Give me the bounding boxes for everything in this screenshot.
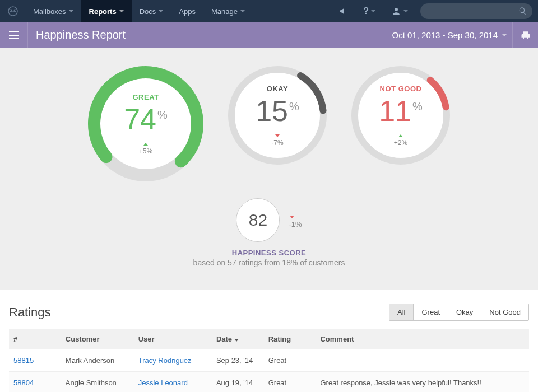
- date-range-picker[interactable]: Oct 01, 2013 - Sep 30, 2014: [392, 30, 512, 40]
- filter-not-good[interactable]: Not Good: [481, 304, 528, 320]
- nav-item-label: Docs: [140, 7, 156, 16]
- nav-item-label: Apps: [179, 7, 196, 16]
- happiness-score-delta: -1%: [289, 212, 302, 228]
- cell: 58804: [9, 372, 61, 393]
- happiness-score-label: HAPPINESS SCORE: [232, 249, 306, 257]
- nav-item-mailboxes[interactable]: Mailboxes: [25, 0, 81, 22]
- col-rating[interactable]: Rating: [264, 329, 316, 349]
- announcements-icon[interactable]: [331, 7, 355, 16]
- nav-item-label: Mailboxes: [33, 7, 66, 16]
- menu-toggle[interactable]: [0, 22, 28, 48]
- ratings-title: Ratings: [9, 305, 51, 320]
- nav-item-manage[interactable]: Manage: [203, 0, 253, 22]
- nav-item-reports[interactable]: Reports: [81, 0, 132, 22]
- nav-item-apps[interactable]: Apps: [171, 0, 203, 22]
- nav-item-label: Manage: [211, 7, 238, 16]
- cell: Great: [264, 349, 316, 372]
- gauge-delta: -7%: [271, 131, 283, 147]
- table-row: 58815Mark AndersonTracy RodriguezSep 23,…: [9, 349, 529, 372]
- cell: Jessie Leonard: [134, 372, 212, 393]
- chevron-down-icon: [502, 34, 507, 36]
- cell: Great response, Jessie was very helpful!…: [316, 372, 529, 393]
- nav-item-label: Reports: [89, 7, 117, 16]
- gauge-value: 11: [379, 96, 411, 125]
- ticket-link[interactable]: 58804: [13, 379, 34, 387]
- sort-desc-icon: [234, 339, 239, 342]
- ratings-filter-group: AllGreatOkayNot Good: [389, 304, 529, 321]
- search-icon: [518, 7, 527, 15]
- gauge-delta: +2%: [394, 131, 407, 147]
- gauge-label: GREAT: [132, 93, 159, 101]
- filter-all[interactable]: All: [389, 304, 413, 320]
- cell: Aug 19, '14: [212, 372, 264, 393]
- print-button[interactable]: [512, 22, 538, 48]
- cell: Tracy Rodriguez: [134, 349, 212, 372]
- happiness-score-value: 82: [236, 198, 280, 242]
- cell: Mark Anderson: [61, 349, 134, 372]
- filter-okay[interactable]: Okay: [448, 304, 481, 320]
- filter-great[interactable]: Great: [413, 304, 448, 320]
- top-nav: MailboxesReportsDocsAppsManage ?: [0, 0, 538, 22]
- col-comment[interactable]: Comment: [316, 329, 529, 349]
- cell: [316, 349, 529, 372]
- gauge-great: GREAT 74% +5%: [87, 65, 205, 183]
- gauge-value: 15: [256, 96, 288, 125]
- ticket-link[interactable]: 58815: [13, 356, 34, 365]
- user-link[interactable]: Tracy Rodriguez: [138, 356, 192, 365]
- help-menu[interactable]: ?: [355, 6, 383, 16]
- gauge-okay: OKAY 15% -7%: [227, 65, 328, 166]
- col-[interactable]: #: [9, 329, 61, 349]
- chevron-down-icon: [159, 10, 163, 12]
- col-date[interactable]: Date: [212, 329, 264, 349]
- cell: 58815: [9, 349, 61, 372]
- gauge-delta: +5%: [139, 139, 152, 155]
- cell: Sep 23, '14: [212, 349, 264, 372]
- col-user[interactable]: User: [134, 329, 212, 349]
- cell: Great: [264, 372, 316, 393]
- happiness-score-subtext: based on 57 ratings from 18% of customer…: [193, 258, 345, 267]
- ratings-table: #CustomerUserDateRatingComment 58815Mark…: [9, 329, 529, 392]
- user-link[interactable]: Jessie Leonard: [138, 379, 188, 387]
- ratings-section: Ratings AllGreatOkayNot Good #CustomerUs…: [0, 290, 538, 392]
- search-input[interactable]: [420, 3, 532, 19]
- gauge-value: 74: [124, 105, 156, 134]
- col-customer[interactable]: Customer: [61, 329, 134, 349]
- gauge-label: OKAY: [267, 85, 288, 93]
- chevron-down-icon: [69, 10, 73, 12]
- svg-point-1: [395, 8, 398, 11]
- table-row: 58804Angie SmithsonJessie LeonardAug 19,…: [9, 372, 529, 393]
- gauge-notgood: NOT GOOD 11% +2%: [350, 65, 451, 166]
- nav-item-docs[interactable]: Docs: [132, 0, 171, 22]
- page-title: Happiness Report: [28, 29, 126, 41]
- app-logo[interactable]: [0, 0, 25, 22]
- happiness-score: 82 -1% HAPPINESS SCORE based on 57 ratin…: [0, 198, 538, 267]
- happiness-gauges-section: GREAT 74% +5% OKAY 15% -7% NOT GOOD 11% …: [0, 48, 538, 290]
- chevron-down-icon: [119, 10, 124, 12]
- cell: Angie Smithson: [61, 372, 134, 393]
- user-menu[interactable]: [383, 6, 416, 16]
- gauge-label: NOT GOOD: [380, 85, 422, 93]
- chevron-down-icon: [240, 10, 245, 12]
- page-header: Happiness Report Oct 01, 2013 - Sep 30, …: [0, 22, 538, 48]
